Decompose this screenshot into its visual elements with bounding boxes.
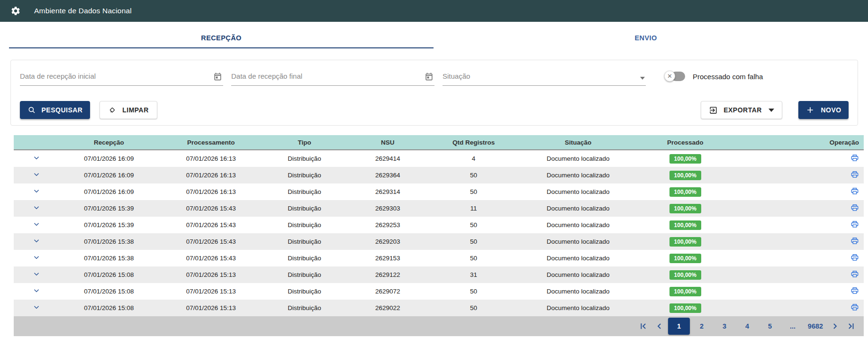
chevron-down-icon[interactable] <box>640 77 645 81</box>
pagination-page-3[interactable]: 3 <box>714 318 735 335</box>
pagination-page-5[interactable]: 5 <box>759 318 781 335</box>
column-header-situacao: Situação <box>517 139 639 146</box>
processado-badge: 100,00% <box>669 187 701 197</box>
calendar-icon[interactable] <box>425 72 434 81</box>
printer-icon[interactable] <box>850 303 859 312</box>
printer-icon[interactable] <box>850 253 859 262</box>
printer-icon[interactable] <box>850 220 859 229</box>
gear-icon[interactable] <box>10 6 21 16</box>
cell-processamento: 07/01/2026 15:43 <box>158 238 263 245</box>
cell-tipo: Distribuição <box>263 205 345 212</box>
expand-row-chevron-down-icon[interactable] <box>32 187 41 195</box>
cell-processamento: 07/01/2026 15:13 <box>158 271 263 278</box>
situation-select[interactable] <box>443 71 646 86</box>
search-button[interactable]: PESQUISAR <box>20 101 90 119</box>
cell-processamento: 07/01/2026 15:13 <box>158 304 263 312</box>
next-page-button[interactable] <box>827 318 843 335</box>
prev-page-button[interactable] <box>651 318 668 335</box>
table-row: 07/01/2026 16:0907/01/2026 16:13Distribu… <box>14 167 864 183</box>
processado-badge: 100,00% <box>669 254 701 263</box>
expand-row-chevron-down-icon[interactable] <box>32 154 41 162</box>
table-body: 07/01/2026 16:0907/01/2026 16:13Distribu… <box>14 150 864 316</box>
expand-row-chevron-down-icon[interactable] <box>32 286 41 295</box>
printer-icon[interactable] <box>850 154 859 162</box>
processado-badge: 100,00% <box>669 171 701 180</box>
printer-icon[interactable] <box>850 187 859 195</box>
cell-nsu: 2629314 <box>345 188 430 195</box>
cell-recepcao: 07/01/2026 16:09 <box>60 172 158 179</box>
cell-situacao: Documento localizado <box>517 205 639 212</box>
date-end-field[interactable] <box>231 71 434 86</box>
cell-tipo: Distribuição <box>263 271 345 278</box>
processado-badge: 100,00% <box>669 303 701 313</box>
pagination-page-4[interactable]: 4 <box>736 318 758 335</box>
clear-button[interactable]: LIMPAR <box>99 101 157 119</box>
first-page-button[interactable] <box>635 318 651 335</box>
printer-icon[interactable] <box>850 203 859 212</box>
tab-envio[interactable]: ENVIO <box>434 27 858 48</box>
printer-icon[interactable] <box>850 270 859 278</box>
column-header-nsu: NSU <box>345 139 430 146</box>
cell-recepcao: 07/01/2026 15:08 <box>60 288 158 295</box>
expand-row-chevron-down-icon[interactable] <box>32 220 41 229</box>
cell-nsu: 2629253 <box>345 221 430 229</box>
expand-row-chevron-down-icon[interactable] <box>32 203 41 212</box>
cell-situacao: Documento localizado <box>517 221 639 229</box>
new-button[interactable]: NOVO <box>798 101 849 119</box>
cell-recepcao: 07/01/2026 15:38 <box>60 255 158 262</box>
expand-row-chevron-down-icon[interactable] <box>32 270 41 278</box>
pagination-page-1[interactable]: 1 <box>668 318 690 335</box>
plus-icon <box>805 105 815 115</box>
export-button[interactable]: EXPORTAR <box>701 101 782 119</box>
cell-nsu: 2629203 <box>345 238 430 245</box>
top-app-bar: Ambiente de Dados Nacional <box>0 0 868 22</box>
cell-processamento: 07/01/2026 15:43 <box>158 205 263 212</box>
tab-recepcao[interactable]: RECEPÇÃO <box>9 27 434 48</box>
pagination-page-9682[interactable]: 9682 <box>805 318 826 335</box>
table-row: 07/01/2026 16:0907/01/2026 16:13Distribu… <box>14 150 864 167</box>
cell-qtd-registros: 11 <box>430 205 517 212</box>
processado-badge: 100,00% <box>669 220 701 230</box>
expand-row-chevron-down-icon[interactable] <box>32 253 41 262</box>
cell-processamento: 07/01/2026 16:13 <box>158 172 263 179</box>
cell-qtd-registros: 4 <box>430 155 517 162</box>
clear-button-label: LIMPAR <box>122 106 149 114</box>
cell-tipo: Distribuição <box>263 288 345 295</box>
cell-situacao: Documento localizado <box>517 172 639 179</box>
cell-qtd-registros: 50 <box>430 288 517 295</box>
last-page-button[interactable] <box>843 318 859 335</box>
cell-recepcao: 07/01/2026 16:09 <box>60 155 158 162</box>
expand-row-chevron-down-icon[interactable] <box>32 303 41 312</box>
cell-tipo: Distribuição <box>263 155 345 162</box>
cell-processamento: 07/01/2026 15:43 <box>158 255 263 262</box>
date-start-field[interactable] <box>20 71 223 86</box>
pagination-page-2[interactable]: 2 <box>691 318 713 335</box>
table-row: 07/01/2026 15:3807/01/2026 15:43Distribu… <box>14 233 864 250</box>
toggle-thumb-x-icon: ✕ <box>664 71 675 82</box>
cell-nsu: 2629153 <box>345 255 430 262</box>
date-start-input[interactable] <box>20 72 211 80</box>
cell-processamento: 07/01/2026 15:13 <box>158 288 263 295</box>
table-row: 07/01/2026 15:0807/01/2026 15:13Distribu… <box>14 300 864 316</box>
expand-row-chevron-down-icon[interactable] <box>32 237 41 245</box>
cell-recepcao: 07/01/2026 16:09 <box>60 188 158 195</box>
cell-situacao: Documento localizado <box>517 238 639 245</box>
cell-processamento: 07/01/2026 16:13 <box>158 155 263 162</box>
cell-recepcao: 07/01/2026 15:38 <box>60 238 158 245</box>
date-end-input[interactable] <box>231 72 422 80</box>
cell-qtd-registros: 50 <box>430 238 517 245</box>
situation-input[interactable] <box>443 72 633 80</box>
printer-icon[interactable] <box>850 237 859 245</box>
calendar-icon[interactable] <box>213 72 222 81</box>
new-button-label: NOVO <box>821 106 841 114</box>
expand-row-chevron-down-icon[interactable] <box>32 170 41 179</box>
export-icon <box>709 106 718 115</box>
cell-tipo: Distribuição <box>263 238 345 245</box>
printer-icon[interactable] <box>850 170 859 179</box>
printer-icon[interactable] <box>850 286 859 295</box>
cell-situacao: Documento localizado <box>517 255 639 262</box>
cell-nsu: 2629364 <box>345 172 430 179</box>
cell-processamento: 07/01/2026 15:43 <box>158 221 263 229</box>
tab-bar: RECEPÇÃO ENVIO <box>9 27 858 48</box>
processado-com-falha-toggle[interactable]: ✕ <box>664 71 686 82</box>
